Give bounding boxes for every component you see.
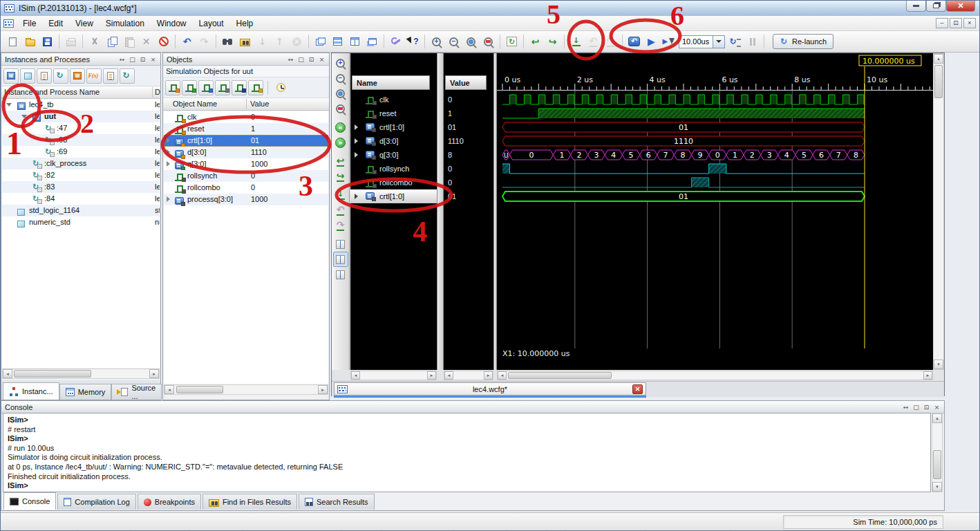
close-button[interactable]: ✕ — [946, 1, 975, 12]
wave-name-hscrollbar[interactable]: ◂ ▸ — [350, 371, 437, 380]
tree-row-numeric_std[interactable]: numeric_stdnu — [2, 216, 160, 228]
run-command-button[interactable] — [727, 33, 743, 50]
mdi-restore-button[interactable]: ⊡ — [950, 18, 962, 28]
cascade-windows-button[interactable] — [312, 33, 328, 50]
add-marker-button[interactable] — [333, 236, 348, 252]
save-button[interactable] — [39, 33, 55, 50]
wave-signal-row-rollsynch[interactable]: rollsynch — [350, 162, 437, 176]
tile-vertical-button[interactable] — [347, 33, 363, 50]
relaunch-button[interactable]: Re-launch — [773, 34, 833, 49]
object-row-crtl10[interactable]: crtl[1:0]01 — [164, 135, 328, 147]
find-button[interactable] — [220, 33, 236, 50]
tree-row-clk_process[interactable]: :clk_processle — [2, 158, 160, 169]
menu-help[interactable]: Help — [230, 17, 260, 30]
float-icon[interactable]: □ — [129, 56, 136, 63]
instances-filter-button-1[interactable] — [20, 68, 35, 84]
tab-console[interactable]: Console — [3, 492, 56, 510]
dock-icon[interactable]: ⊡ — [923, 404, 930, 411]
goto-start-button[interactable] — [333, 120, 348, 135]
goto-next-button[interactable]: ↪ — [545, 33, 560, 50]
zoom-in-button[interactable] — [428, 33, 444, 50]
objects-filter-button-3[interactable] — [215, 80, 230, 95]
objects-filter-button-1[interactable] — [182, 80, 197, 95]
prev-transition-button[interactable]: ↶ — [585, 33, 601, 50]
reload-button[interactable] — [504, 33, 520, 50]
measure-marker-button[interactable] — [333, 252, 348, 267]
expander-icon[interactable] — [167, 149, 170, 155]
wave-tab[interactable]: lec4.wcfg* ✕ — [334, 382, 646, 395]
tree-row-lec4_tb[interactable]: lec4_tble — [2, 99, 160, 111]
menu-window[interactable]: Window — [151, 17, 193, 30]
snap-to-transition-button[interactable] — [568, 33, 584, 50]
wave-signal-row-crtl10[interactable]: crtl[1:0] — [350, 189, 437, 203]
copy-button[interactable] — [104, 33, 120, 50]
objects-filter-button-5[interactable] — [248, 80, 263, 95]
float-window-button[interactable] — [364, 33, 380, 50]
zoom-out-button[interactable] — [333, 71, 348, 86]
cut-button[interactable] — [86, 33, 102, 50]
wave-signal-row-q30[interactable]: q[3:0] — [350, 148, 437, 162]
disable-edit-button[interactable] — [156, 33, 171, 50]
console-vscrollbar[interactable]: ▴ ▾ — [932, 413, 943, 492]
menu-simulation[interactable]: Simulation — [100, 17, 151, 30]
wave-value-header[interactable]: Value — [445, 75, 487, 90]
mdi-close-button[interactable]: × — [963, 18, 976, 28]
wave-signal-row-d30[interactable]: d[3:0] — [350, 134, 437, 148]
wave-signal-row-crtl10[interactable]: crtl[1:0] — [350, 120, 437, 134]
detach-icon[interactable]: ↔ — [902, 404, 910, 411]
detach-icon[interactable]: ↔ — [287, 56, 294, 63]
instances-column-header[interactable]: Instance and Process Name D — [1, 86, 160, 99]
print-button[interactable] — [63, 33, 79, 50]
expander-icon[interactable] — [167, 138, 170, 143]
object-row-q30[interactable]: q[3:0]1000 — [164, 158, 328, 170]
wave-vscrollbar[interactable]: ▴ ▾ — [933, 53, 944, 370]
wave-name-header[interactable]: Name — [352, 75, 430, 90]
waveform-canvas[interactable]: 0 us2 us4 us6 us8 us10 us011110U01234567… — [497, 53, 933, 370]
next-transition-button[interactable]: ↷ — [603, 33, 619, 50]
snap-to-transition-button[interactable] — [333, 187, 348, 203]
objects-clock-button[interactable] — [273, 80, 289, 96]
find-next-button[interactable]: ↓ — [254, 33, 270, 50]
menu-edit[interactable]: Edit — [42, 17, 69, 30]
objects-filter-button-0[interactable] — [165, 80, 180, 95]
zoom-full-view-button[interactable] — [463, 33, 479, 50]
float-icon[interactable]: □ — [912, 404, 920, 411]
expander-icon[interactable] — [6, 103, 12, 106]
wave-value-hscrollbar[interactable]: ◂ ▸ — [444, 371, 493, 380]
stop-button[interactable] — [289, 33, 305, 50]
instances-filter-button-5[interactable] — [86, 68, 102, 84]
pause-button[interactable] — [744, 33, 760, 50]
tile-horizontal-button[interactable] — [330, 33, 346, 50]
run-for-time-button[interactable] — [661, 33, 677, 50]
tab-memory[interactable]: Memory — [59, 384, 112, 400]
zoom-out-button[interactable] — [446, 33, 462, 50]
tree-row-68[interactable]: :68le — [2, 134, 160, 146]
delete-button[interactable]: ✕ — [138, 33, 154, 50]
tree-row-std_logic_1164[interactable]: std_logic_1164st — [2, 205, 160, 216]
wave-signal-row-rollcombo[interactable]: rollcombo — [350, 176, 437, 189]
object-row-reset[interactable]: reset1 — [164, 123, 328, 135]
wave-signal-row-clk[interactable]: clk — [350, 93, 437, 106]
expander-icon[interactable] — [21, 115, 27, 118]
wave-tab-close-icon[interactable]: ✕ — [632, 384, 643, 394]
tree-row-47[interactable]: :47le — [2, 122, 160, 134]
find-in-files-button[interactable] — [237, 33, 253, 50]
expander-icon[interactable] — [167, 196, 170, 202]
tab-compilation-log[interactable]: Compilation Log — [57, 494, 136, 510]
tree-row-84[interactable]: :84le — [2, 193, 160, 205]
objects-filter-button-2[interactable] — [198, 80, 214, 95]
tab-search-results[interactable]: Search Results — [299, 494, 375, 510]
instances-filter-button-3[interactable] — [53, 68, 68, 84]
instances-filter-button-4[interactable] — [70, 68, 85, 84]
next-transition-button[interactable]: ↪ — [333, 169, 348, 184]
detach-icon[interactable]: ↔ — [118, 56, 126, 63]
mdi-minimize-button[interactable]: – — [936, 18, 948, 28]
tab-instanc-[interactable]: Instanc... — [3, 382, 59, 400]
tab-find-in-files-results[interactable]: Find in Files Results — [202, 494, 297, 510]
instances-filter-button-0[interactable] — [3, 68, 19, 84]
float-icon[interactable]: □ — [297, 56, 305, 63]
name-value-splitter[interactable] — [437, 53, 444, 370]
tree-row-69[interactable]: :69le — [2, 146, 160, 158]
goto-previous-button[interactable]: ↩ — [527, 33, 543, 50]
prev-marker-button[interactable]: ↶ — [333, 203, 348, 218]
